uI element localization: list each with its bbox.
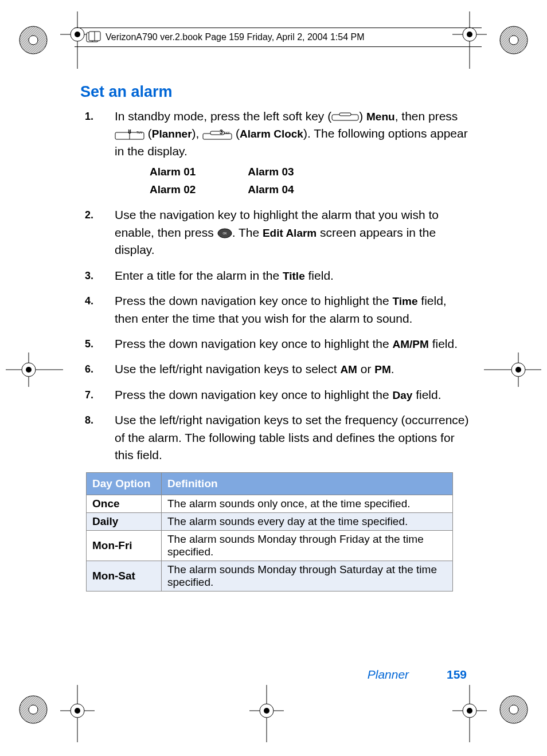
step-1: In standby mode, press the left soft key… — [80, 108, 470, 198]
day-options-table: Day Option Definition OnceThe alarm soun… — [86, 472, 453, 592]
footer-page-number: 159 — [447, 668, 467, 681]
table-header-definition: Definition — [162, 472, 453, 495]
table-row: Mon-FriThe alarm sounds Monday through F… — [87, 530, 453, 561]
softkey-icon — [331, 112, 359, 122]
key-8-icon: 8TUV — [115, 130, 144, 140]
crop-mark-icon — [17, 24, 49, 56]
page-header: VerizonA790 ver.2.book Page 159 Friday, … — [75, 28, 482, 47]
register-mark-icon — [249, 685, 284, 742]
svg-text:3: 3 — [220, 130, 223, 135]
svg-text:DEF: DEF — [224, 131, 230, 135]
table-header-option: Day Option — [87, 472, 162, 495]
svg-point-23 — [515, 367, 521, 373]
step-5: Press the down navigation key once to hi… — [80, 335, 470, 352]
step-8: Use the left/right navigation keys to se… — [80, 412, 470, 464]
svg-point-27 — [75, 708, 80, 714]
svg-text:TUV: TUV — [136, 131, 143, 134]
table-row: DailyThe alarm sounds every day at the t… — [87, 512, 453, 530]
header-text: VerizonA790 ver.2.book Page 159 Friday, … — [106, 32, 365, 42]
svg-point-31 — [264, 708, 269, 714]
register-mark-icon — [6, 352, 63, 387]
ok-button-icon: OK — [217, 228, 232, 238]
step-6: Use the left/right navigation keys to se… — [80, 361, 470, 378]
footer-section: Planner — [368, 668, 409, 681]
step-3: Enter a title for the alarm in the Title… — [80, 267, 470, 284]
crop-mark-icon — [17, 694, 49, 726]
svg-rect-39 — [339, 113, 351, 116]
section-heading: Set an alarm — [80, 83, 470, 101]
svg-point-35 — [467, 708, 472, 714]
svg-text:OK: OK — [222, 232, 227, 235]
book-icon — [86, 31, 101, 44]
step-4: Press the down navigation key once to hi… — [80, 292, 470, 327]
svg-point-7 — [509, 705, 518, 714]
step-2: Use the navigation key to highlight the … — [80, 206, 470, 258]
key-3-icon: 3DEF — [202, 130, 232, 140]
table-row: OnceThe alarm sounds only once, at the t… — [87, 495, 453, 512]
crop-mark-icon — [498, 24, 530, 56]
svg-point-19 — [26, 367, 32, 373]
register-mark-icon — [60, 685, 95, 742]
alarm-options-list: Alarm 01Alarm 03 Alarm 02Alarm 04 — [149, 163, 470, 198]
svg-point-1 — [29, 36, 38, 45]
svg-text:8: 8 — [128, 130, 131, 135]
svg-point-5 — [29, 705, 38, 714]
register-mark-icon — [484, 352, 541, 387]
register-mark-icon — [452, 685, 487, 742]
table-row: Mon-SatThe alarm sounds Monday through S… — [87, 561, 453, 591]
crop-mark-icon — [498, 694, 530, 726]
step-7: Press the down navigation key once to hi… — [80, 386, 470, 404]
svg-point-3 — [509, 36, 518, 45]
page-footer: Planner 159 — [368, 668, 467, 681]
